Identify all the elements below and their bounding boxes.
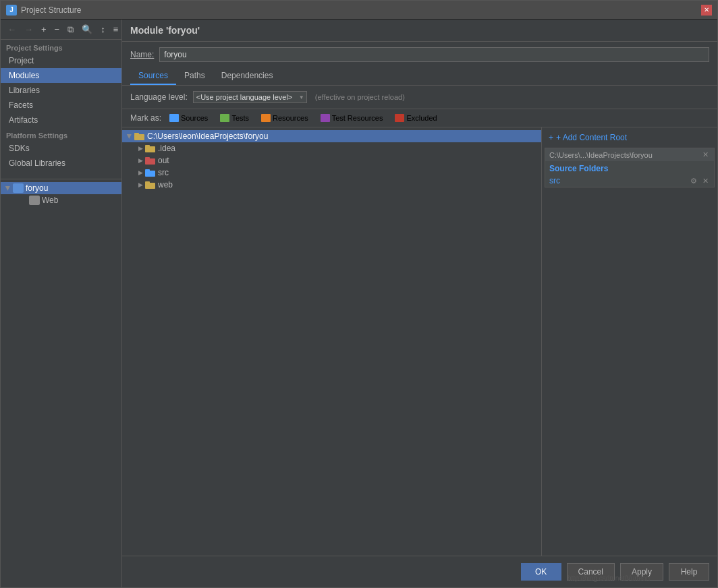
app-icon: J	[6, 5, 17, 16]
tab-dependencies[interactable]: Dependencies	[213, 67, 281, 85]
ok-button[interactable]: OK	[521, 563, 561, 581]
left-toolbar: ← → + − ⧉ 🔍 ↕ ≡	[1, 20, 121, 40]
module-icon	[13, 183, 24, 193]
module-header: Module 'foryou'	[122, 20, 717, 42]
source-folders-label: Source Folders	[545, 161, 714, 175]
mark-as-row: Mark as: Sources Tests Resources	[122, 109, 717, 127]
src-name: src	[158, 168, 169, 177]
svg-rect-4	[145, 158, 155, 165]
back-button[interactable]: ←	[5, 23, 19, 36]
src-folder-icon	[145, 168, 156, 177]
module-tree-foryou[interactable]: ▶ foryou	[1, 182, 121, 194]
content-root-path: C:\Users\...\IdeaProjects\foryou	[549, 151, 701, 159]
source-folder-actions: ⚙ ✕	[689, 177, 710, 185]
sources-label: Sources	[181, 114, 208, 122]
out-name: out	[158, 156, 169, 165]
find-button[interactable]: 🔍	[79, 23, 95, 36]
mark-resources-button[interactable]: Resources	[257, 113, 312, 123]
tabs-row: Sources Paths Dependencies	[122, 67, 717, 86]
remove-button[interactable]: −	[52, 23, 63, 36]
tree-src[interactable]: ▶ src	[122, 167, 541, 179]
help-button[interactable]: Help	[669, 563, 709, 581]
web-icon	[29, 196, 40, 205]
content-root-close-button[interactable]: ✕	[701, 150, 710, 159]
name-input[interactable]	[159, 47, 709, 62]
idea-name: .idea	[158, 144, 175, 153]
svg-rect-6	[145, 171, 155, 177]
content-roots-panel: + + Add Content Root C:\Users\...\IdeaPr…	[542, 127, 717, 556]
title-bar: J Project Structure ✕	[1, 1, 717, 20]
forward-button[interactable]: →	[22, 23, 36, 36]
language-level-select[interactable]: <Use project language level>	[193, 91, 307, 103]
tab-paths[interactable]: Paths	[176, 67, 213, 85]
bottom-bar: OK Cancel Apply Help	[122, 556, 717, 587]
mark-test-resources-button[interactable]: Test Resources	[316, 113, 387, 123]
out-arrow: ▶	[136, 156, 145, 165]
sort-button[interactable]: ↕	[98, 23, 108, 36]
name-label: Name:	[130, 50, 154, 59]
sidebar-item-libraries[interactable]: Libraries	[1, 83, 121, 98]
idea-folder-icon	[145, 144, 156, 153]
svg-rect-9	[145, 181, 150, 183]
tree-root[interactable]: ▶ C:\Users\leon\IdeaProjects\foryou	[122, 130, 541, 142]
idea-arrow: ▶	[136, 144, 145, 153]
svg-rect-0	[134, 134, 144, 140]
source-folder-row: src ⚙ ✕	[545, 175, 714, 187]
language-level-label: Language level:	[130, 92, 188, 102]
test-resources-label: Test Resources	[332, 114, 383, 122]
sidebar-item-project[interactable]: Project	[1, 53, 121, 68]
mark-tests-button[interactable]: Tests	[216, 113, 253, 123]
svg-rect-8	[145, 183, 155, 189]
module-name-web: Web	[42, 196, 58, 205]
sources-content: Language level: <Use project language le…	[122, 86, 717, 556]
tests-label: Tests	[231, 114, 249, 122]
resources-icon	[261, 114, 271, 122]
sidebar-item-sdks[interactable]: SDKs	[1, 141, 121, 156]
file-tree: ▶ C:\Users\leon\IdeaProjects\foryou	[122, 127, 542, 556]
tree-idea[interactable]: ▶ .idea	[122, 142, 541, 154]
copy-button[interactable]: ⧉	[65, 23, 76, 36]
svg-rect-5	[145, 157, 150, 159]
sidebar-item-facets[interactable]: Facets	[1, 98, 121, 113]
add-icon: +	[549, 133, 553, 142]
expand-arrow-foryou: ▶	[3, 183, 13, 193]
tab-sources[interactable]: Sources	[130, 67, 176, 85]
module-tree-web[interactable]: Web	[1, 194, 121, 206]
filter-button[interactable]: ≡	[111, 23, 121, 36]
tree-web[interactable]: ▶ web	[122, 179, 541, 191]
sidebar-item-artifacts[interactable]: Artifacts	[1, 113, 121, 127]
expand-arrow-web	[20, 196, 29, 205]
module-name-foryou: foryou	[26, 183, 48, 193]
tests-icon	[220, 114, 229, 122]
source-folder-properties-button[interactable]: ⚙	[689, 177, 698, 185]
add-button[interactable]: +	[38, 23, 49, 36]
sources-split: ▶ C:\Users\leon\IdeaProjects\foryou	[122, 127, 717, 556]
svg-rect-2	[145, 146, 155, 152]
language-level-note: (effective on project reload)	[315, 93, 405, 101]
svg-rect-1	[134, 133, 139, 135]
mark-excluded-button[interactable]: Excluded	[391, 113, 441, 123]
name-row: Name:	[122, 42, 717, 67]
add-content-root-button[interactable]: + + Add Content Root	[545, 130, 631, 145]
excluded-icon	[395, 114, 404, 122]
source-folder-remove-button[interactable]: ✕	[701, 177, 710, 185]
project-settings-label: Project Settings	[1, 40, 121, 53]
language-level-row: Language level: <Use project language le…	[122, 86, 717, 109]
sidebar-item-modules[interactable]: Modules	[1, 68, 121, 83]
sidebar-item-global-libraries[interactable]: Global Libraries	[1, 156, 121, 171]
close-button[interactable]: ✕	[701, 5, 712, 16]
content-root-item: C:\Users\...\IdeaProjects\foryou ✕ Sourc…	[545, 148, 715, 187]
source-folder-name: src	[549, 176, 560, 185]
root-arrow: ▶	[125, 131, 134, 141]
web-name: web	[158, 180, 173, 189]
root-path: C:\Users\leon\IdeaProjects\foryou	[147, 131, 268, 141]
mark-as-label: Mark as:	[130, 113, 161, 123]
tree-out[interactable]: ▶ out	[122, 154, 541, 167]
svg-rect-7	[145, 169, 150, 171]
root-folder-icon	[134, 131, 145, 141]
right-panel: Module 'foryou' Name: Sources Paths Depe…	[122, 20, 717, 587]
language-level-wrapper: <Use project language level>	[193, 91, 307, 103]
mark-sources-button[interactable]: Sources	[165, 113, 212, 123]
dialog-title: Project Structure	[21, 5, 701, 15]
src-arrow: ▶	[136, 168, 145, 177]
